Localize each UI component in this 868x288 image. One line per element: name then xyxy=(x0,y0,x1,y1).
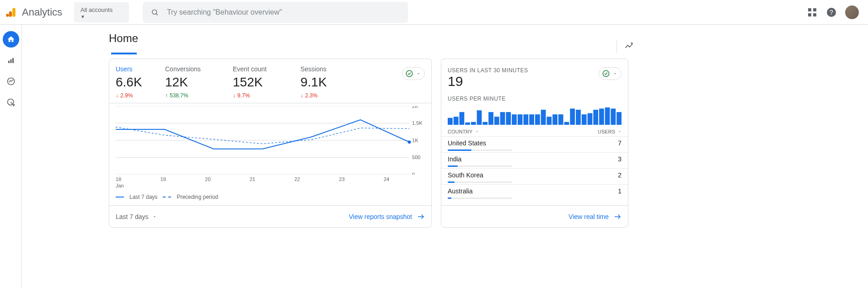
home-icon xyxy=(7,35,15,43)
metric-label: Conversions xyxy=(165,65,226,73)
nav-advertising[interactable] xyxy=(3,94,19,111)
svg-rect-37 xyxy=(488,112,493,125)
analytics-logo-icon xyxy=(5,6,17,18)
arrow-down-icon: ↓ xyxy=(116,92,118,99)
country-table-head: COUNTRY USERS xyxy=(441,125,628,136)
users-header[interactable]: USERS xyxy=(598,129,622,134)
arrow-right-icon xyxy=(417,213,425,221)
svg-rect-35 xyxy=(477,110,482,125)
country-row: India3 xyxy=(441,152,628,168)
svg-rect-52 xyxy=(576,110,581,125)
nav-explore[interactable] xyxy=(3,73,19,90)
insights-button[interactable] xyxy=(616,39,634,53)
svg-rect-5 xyxy=(808,8,811,11)
country-name: United States xyxy=(448,139,512,147)
arrow-right-icon xyxy=(613,213,622,221)
view-realtime-link[interactable]: View real time xyxy=(568,213,622,221)
metric-tab-sessions[interactable]: Sessions 9.1K ↓ 2.3% xyxy=(294,65,362,99)
metric-tab-conversions[interactable]: Conversions 12K ↑ 538.7% xyxy=(159,65,226,99)
metric-value: 6.6K xyxy=(116,75,159,90)
product-name: Analytics xyxy=(22,6,62,18)
bar-chart-icon xyxy=(7,56,15,64)
svg-rect-12 xyxy=(10,59,11,63)
nav-reports[interactable] xyxy=(3,52,19,69)
search-box[interactable] xyxy=(143,2,408,23)
target-click-icon xyxy=(6,98,16,107)
explore-icon xyxy=(6,77,16,86)
help-icon[interactable]: ? xyxy=(826,7,837,18)
realtime-subheader: USERS PER MINUTE xyxy=(441,89,628,105)
country-users: 3 xyxy=(618,155,622,167)
svg-text:?: ? xyxy=(830,9,833,16)
svg-rect-51 xyxy=(570,109,575,125)
svg-rect-39 xyxy=(500,112,505,125)
arrow-up-icon: ↑ xyxy=(165,92,168,99)
metric-label: Sessions xyxy=(300,65,362,73)
svg-rect-55 xyxy=(593,110,598,125)
metric-active-indicator xyxy=(111,53,137,54)
svg-rect-38 xyxy=(494,117,499,125)
country-name: India xyxy=(448,155,512,163)
chevron-down-icon xyxy=(618,130,622,133)
country-row: United States7 xyxy=(441,136,628,152)
svg-rect-45 xyxy=(535,114,540,125)
country-name: Australia xyxy=(448,187,512,195)
svg-point-2 xyxy=(6,14,9,17)
overview-card: Users 6.6K ↓ 2.9% Conversions 12K xyxy=(109,59,432,228)
country-header[interactable]: COUNTRY xyxy=(448,129,479,134)
svg-point-27 xyxy=(408,140,411,144)
legend-label: Last 7 days xyxy=(129,194,157,200)
nav-home[interactable] xyxy=(3,31,19,48)
chevron-down-icon: ▼ xyxy=(80,14,123,19)
svg-rect-43 xyxy=(524,114,529,125)
search-input[interactable] xyxy=(167,8,400,16)
apps-icon[interactable] xyxy=(807,7,818,18)
svg-rect-53 xyxy=(582,114,587,125)
chart-legend: Last 7 days Preceding period xyxy=(116,194,425,200)
svg-point-29 xyxy=(603,70,609,77)
svg-rect-59 xyxy=(616,112,622,125)
metric-tab-users[interactable]: Users 6.6K ↓ 2.9% xyxy=(109,65,159,99)
date-range-dropdown[interactable]: Last 7 days xyxy=(116,213,157,220)
metric-label: Users xyxy=(116,65,159,73)
country-users: 2 xyxy=(618,171,622,183)
view-reports-link[interactable]: View reports snapshot xyxy=(349,213,425,221)
account-selector-label: All accounts xyxy=(80,6,123,13)
svg-rect-8 xyxy=(813,13,816,16)
country-name: South Korea xyxy=(448,171,512,179)
page-title: Home xyxy=(109,32,138,45)
svg-text:500: 500 xyxy=(412,155,420,160)
svg-rect-6 xyxy=(813,8,816,11)
svg-text:0: 0 xyxy=(412,172,415,175)
legend-swatch-dashed xyxy=(163,197,171,197)
svg-rect-40 xyxy=(506,112,511,125)
chevron-down-icon xyxy=(475,130,479,133)
metric-tab-event-count[interactable]: Event count 152K ↓ 9.7% xyxy=(226,65,294,99)
svg-rect-7 xyxy=(808,13,811,16)
country-users: 1 xyxy=(618,187,622,199)
per-minute-bar-chart xyxy=(441,105,628,125)
svg-text:2K: 2K xyxy=(412,106,418,109)
svg-rect-33 xyxy=(465,123,470,125)
account-selector[interactable]: All accounts ▼ xyxy=(74,2,129,22)
card-status-chip[interactable] xyxy=(599,67,622,80)
svg-text:1.5K: 1.5K xyxy=(412,120,423,126)
svg-rect-48 xyxy=(552,114,557,125)
line-chart: 05001K1.5K2K 18192021222324 Jan Last 7 d… xyxy=(109,103,431,200)
svg-rect-54 xyxy=(588,113,593,125)
svg-rect-56 xyxy=(599,109,604,125)
metric-value: 12K xyxy=(165,75,226,90)
country-users: 7 xyxy=(618,139,622,151)
chart-x-axis: 18192021222324 xyxy=(116,176,425,182)
avatar[interactable] xyxy=(845,5,859,19)
svg-rect-42 xyxy=(518,114,523,125)
svg-point-3 xyxy=(152,10,157,14)
product-logo[interactable]: Analytics xyxy=(5,6,62,18)
svg-rect-34 xyxy=(471,122,476,125)
legend-label: Preceding period xyxy=(177,194,218,200)
svg-rect-11 xyxy=(8,61,10,63)
svg-rect-41 xyxy=(512,114,517,125)
svg-rect-31 xyxy=(454,117,459,125)
metric-value: 9.1K xyxy=(300,75,362,90)
metric-change: ↓ 9.7% xyxy=(233,92,294,99)
